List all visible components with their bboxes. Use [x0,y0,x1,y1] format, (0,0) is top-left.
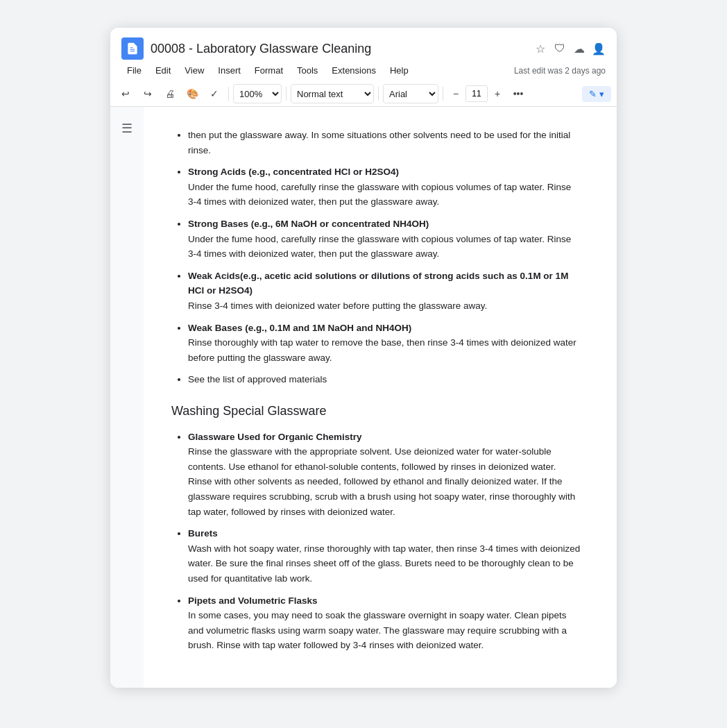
toolbar-divider-3 [378,87,379,101]
spellcheck-button[interactable]: ✓ [205,84,224,103]
list-item-text: Under the fume hood, carefully rinse the… [188,182,571,208]
zoom-select[interactable]: 100% 75% 125% [233,84,282,103]
list-item: Glassware Used for Organic Chemistry Rin… [188,430,582,520]
menu-extensions[interactable]: Extensions [326,62,382,78]
list-item-lead: Weak Bases (e.g., 0.1M and 1M NaOH and N… [188,323,411,333]
edit-button[interactable]: ✎ ▾ [582,86,611,102]
menu-file[interactable]: File [121,62,147,78]
list-item-text: Wash with hot soapy water, rinse thoroug… [188,543,580,584]
list-item-lead: Strong Bases (e.g., 6M NaOH or concentra… [188,219,429,229]
menu-bar: File Edit View Insert Format Tools Exten… [110,60,617,81]
cloud-icon[interactable]: ☁ [572,42,586,56]
shield-icon[interactable]: 🛡 [553,42,567,56]
increase-font-size-button[interactable]: + [489,85,506,102]
edit-pencil-icon: ✎ [589,89,597,99]
toolbar-divider-1 [228,87,229,101]
menu-help[interactable]: Help [384,62,414,78]
redo-button[interactable]: ↪ [138,84,157,103]
list-item-lead: Weak Acids(e.g., acetic acid solutions o… [188,271,568,296]
list-item-text: Rinse the glassware with the appropriate… [188,446,575,516]
outline-icon[interactable]: ☰ [121,121,132,136]
menu-edit[interactable]: Edit [150,62,176,78]
doc-area: ☰ then put the glassware away. In some s… [110,107,617,688]
style-select[interactable]: Normal text Heading 1 Heading 2 Title [291,84,374,103]
star-icon[interactable]: ☆ [533,42,547,56]
print-button[interactable]: 🖨 [160,84,180,103]
list-item-text: Rinse thoroughly with tap water to remov… [188,337,576,363]
font-size-input[interactable] [465,85,488,102]
list-item-lead: Pipets and Volumetric Flasks [188,595,318,606]
list-item: Weak Bases (e.g., 0.1M and 1M NaOH and N… [188,321,582,366]
list-item-text: then put the glassware away. In some sit… [188,130,570,155]
app-icon [121,37,144,60]
doc-title: 00008 - Laboratory Glassware Cleaning [151,42,527,56]
undo-button[interactable]: ↩ [116,84,135,103]
top-bullet-list: then put the glassware away. In some sit… [171,128,582,387]
list-item-text: Rinse 3-4 times with deionized water bef… [188,300,487,311]
menu-insert[interactable]: Insert [212,62,246,78]
list-item: then put the glassware away. In some sit… [188,128,582,158]
list-item-text: See the list of approved materials [188,374,327,384]
menu-view[interactable]: View [179,62,209,78]
last-edit: Last edit was 2 days ago [514,66,606,76]
title-bar: 00008 - Laboratory Glassware Cleaning ☆ … [110,28,617,60]
list-item-lead: Strong Acids (e.g., concentrated HCl or … [188,167,399,177]
list-item-text: Under the fume hood, carefully rinse the… [188,234,571,260]
list-item: Weak Acids(e.g., acetic acid solutions o… [188,269,582,314]
list-item: Strong Bases (e.g., 6M NaOH or concentra… [188,217,582,262]
doc-sidebar: ☰ [110,107,144,688]
app-window: 00008 - Laboratory Glassware Cleaning ☆ … [110,28,617,688]
more-options-button[interactable]: ••• [508,84,528,103]
edit-dropdown-icon: ▾ [599,89,604,99]
share-icon[interactable]: 👤 [592,42,606,56]
doc-content: then put the glassware away. In some sit… [144,107,617,688]
list-item: Burets Wash with hot soapy water, rinse … [188,526,582,586]
list-item-lead: Glassware Used for Organic Chemistry [188,432,362,442]
list-item-lead: Burets [188,528,218,539]
docs-icon [126,42,139,56]
menu-format[interactable]: Format [249,62,289,78]
section-heading: Washing Special Glassware [171,401,582,421]
font-select[interactable]: Arial Times New Roman Courier New [383,84,438,103]
title-icons: ☆ 🛡 ☁ 👤 [533,42,606,56]
toolbar-divider-2 [286,87,286,101]
paint-format-button[interactable]: 🎨 [182,84,202,103]
menu-tools[interactable]: Tools [291,62,323,78]
toolbar: ↩ ↪ 🖨 🎨 ✓ 100% 75% 125% Normal text Head… [110,81,617,107]
toolbar-divider-4 [443,87,443,101]
special-bullet-list: Glassware Used for Organic Chemistry Rin… [171,430,582,653]
list-item: See the list of approved materials [188,372,582,387]
list-item: Strong Acids (e.g., concentrated HCl or … [188,164,582,210]
list-item: Pipets and Volumetric Flasks In some cas… [188,593,582,653]
list-item-text: In some cases, you may need to soak the … [188,610,567,650]
decrease-font-size-button[interactable]: − [447,85,464,102]
font-size-container: − + [447,85,506,102]
